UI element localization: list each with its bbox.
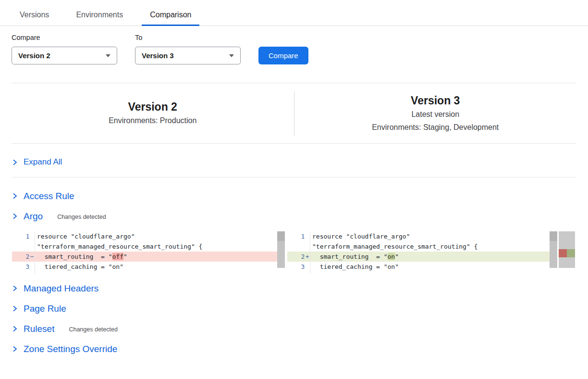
line-number: 2: [12, 252, 29, 262]
diff-right-panel: 1 resource "cloudflare_argo" "terraform_…: [287, 231, 557, 274]
diff-minimap: [559, 231, 575, 268]
section-label: Page Rule: [24, 303, 66, 314]
section-label: Managed Headers: [24, 283, 98, 294]
expand-all-label: Expand All: [24, 157, 62, 167]
version-right-subtitle: Latest version: [411, 108, 459, 121]
chevron-right-icon: [12, 213, 18, 219]
diff-line: 1 resource "cloudflare_argo": [287, 231, 550, 241]
version-right-environments: Environments: Staging, Development: [372, 121, 499, 134]
diff-line: 1 resource "cloudflare_argo": [12, 231, 277, 241]
diff-line-removed: 2− smart_routing = "off": [12, 252, 277, 262]
sections-list: Access Rule Argo Changes detected 1 reso…: [0, 190, 588, 354]
chevron-right-icon: [12, 305, 18, 312]
expand-all-button[interactable]: Expand All: [0, 144, 588, 177]
compare-form: Compare Version 2 To Version 3 Compare: [0, 26, 588, 64]
minimap-added-mark: [567, 249, 575, 257]
diff-line-clipped: }: [12, 272, 277, 274]
version-right-title: Version 3: [411, 93, 460, 108]
chevron-right-icon: [12, 346, 18, 352]
chevron-right-icon: [12, 193, 18, 199]
section-managed-headers[interactable]: Managed Headers: [12, 283, 576, 294]
chevron-right-icon: [12, 285, 18, 291]
minus-sign: −: [29, 252, 35, 262]
compare-button[interactable]: Compare: [258, 47, 308, 64]
diff-line-clipped: }: [287, 272, 550, 274]
version-left-title: Version 2: [128, 100, 177, 114]
section-ruleset[interactable]: Ruleset Changes detected: [12, 323, 576, 334]
tab-comparison[interactable]: Comparison: [142, 6, 199, 25]
version-right-header: Version 3 Latest version Environments: S…: [294, 83, 577, 143]
tab-versions[interactable]: Versions: [12, 6, 57, 25]
chevron-right-icon: [12, 159, 18, 165]
version-headers: Version 2 Environments: Production Versi…: [12, 83, 576, 143]
compare-from-select[interactable]: Version 2: [12, 47, 117, 64]
minimap-removed-mark: [559, 249, 567, 257]
diff-line-wrap: "terraform_managed_resource_smart_routin…: [12, 241, 277, 252]
code-text: smart_routing = "on": [310, 252, 550, 262]
diff-line-added: 2+ smart_routing = "on": [287, 252, 550, 262]
code-text: smart_routing = "off": [35, 252, 277, 262]
changes-detected-badge: Changes detected: [57, 212, 106, 220]
chevron-right-icon: [12, 326, 18, 332]
to-field: To Version 3: [135, 34, 241, 64]
section-label: Access Rule: [24, 190, 74, 202]
section-label: Zone Settings Override: [24, 343, 117, 354]
version-left-header: Version 2 Environments: Production: [12, 83, 294, 143]
diff-line-wrap: "terraform_managed_resource_smart_routin…: [287, 241, 550, 252]
compare-field-label: Compare: [12, 34, 117, 41]
section-zone-settings-override[interactable]: Zone Settings Override: [12, 343, 576, 354]
section-access-rule[interactable]: Access Rule: [12, 190, 576, 202]
word-diff: on: [388, 253, 395, 260]
to-field-label: To: [135, 34, 241, 41]
compare-field: Compare Version 2: [12, 34, 117, 64]
line-number: 3: [12, 262, 29, 272]
divider: [12, 177, 576, 177]
chevron-down-icon: [106, 54, 110, 57]
section-label: Ruleset: [24, 323, 54, 334]
plus-sign: +: [305, 252, 310, 262]
left-scrollbar[interactable]: [277, 231, 285, 268]
version-left-environments: Environments: Production: [109, 114, 196, 127]
code-text: resource "cloudflare_argo": [35, 231, 277, 241]
line-number: 1: [287, 231, 305, 241]
diff-left-panel: 1 resource "cloudflare_argo" "terraform_…: [12, 231, 285, 274]
code-text: "terraform_managed_resource_smart_routin…: [35, 241, 277, 252]
code-text: "terraform_managed_resource_smart_routin…: [310, 241, 550, 252]
diff-line: 3 tiered_caching = "on": [12, 262, 277, 272]
section-page-rule[interactable]: Page Rule: [12, 303, 576, 314]
section-argo[interactable]: Argo Changes detected: [12, 211, 576, 222]
compare-to-select[interactable]: Version 3: [135, 47, 241, 64]
diff-right-code: 1 resource "cloudflare_argo" "terraform_…: [287, 231, 550, 274]
code-text: tiered_caching = "on": [35, 262, 277, 272]
line-number: 3: [287, 262, 305, 272]
section-label: Argo: [24, 211, 43, 222]
code-text: }: [310, 272, 550, 274]
chevron-down-icon: [229, 54, 234, 57]
argo-diff: 1 resource "cloudflare_argo" "terraform_…: [12, 231, 576, 274]
changes-detected-badge: Changes detected: [69, 325, 117, 333]
diff-line: 3 tiered_caching = "on": [287, 262, 550, 272]
diff-left-code: 1 resource "cloudflare_argo" "terraform_…: [12, 231, 277, 274]
word-diff: off: [112, 253, 123, 260]
compare-to-value: Version 3: [142, 51, 174, 60]
right-scrollbar[interactable]: [550, 231, 557, 268]
line-number: 1: [12, 231, 29, 241]
tab-bar: Versions Environments Comparison: [0, 0, 588, 26]
code-text: tiered_caching = "on": [310, 262, 550, 272]
code-text: }: [35, 272, 277, 274]
tab-environments[interactable]: Environments: [68, 6, 131, 25]
line-number: 2: [287, 252, 305, 262]
code-text: resource "cloudflare_argo": [310, 231, 550, 241]
compare-from-value: Version 2: [18, 51, 50, 60]
